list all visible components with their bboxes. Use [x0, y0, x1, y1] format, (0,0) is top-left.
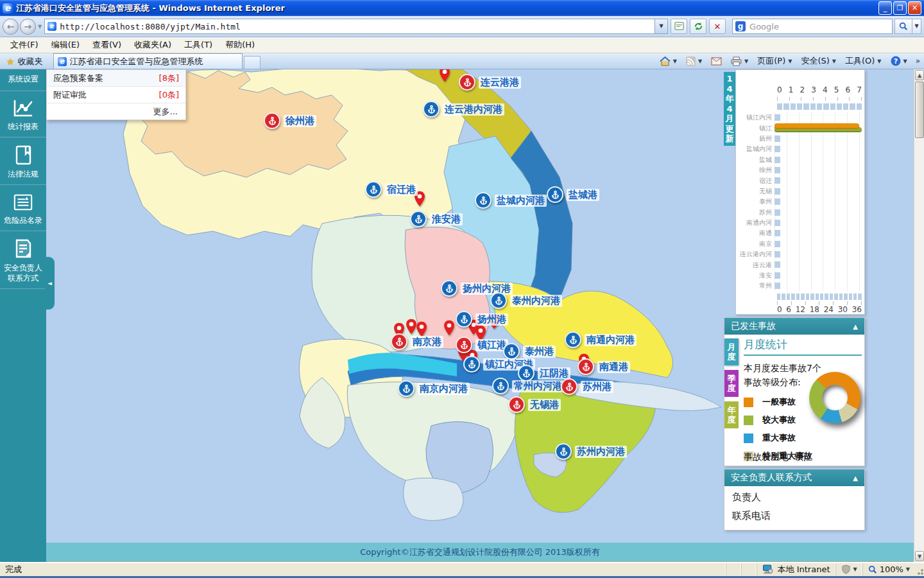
accident-pin[interactable] — [438, 69, 451, 82]
home-button[interactable]: ▼ — [655, 55, 681, 67]
favorites-button[interactable]: ★ 收藏夹 — [0, 54, 49, 69]
menu-item-查看(V)[interactable]: 查看(V) — [86, 37, 128, 53]
port-marker-苏州内河港[interactable]: 苏州内河港 — [555, 443, 627, 460]
axis-tick-label: 30 — [838, 305, 848, 314]
compatibility-view-button[interactable] — [671, 19, 687, 34]
port-marker-淮安港[interactable]: 淮安港 — [410, 211, 463, 227]
axis-tick-label: 24 — [824, 305, 834, 314]
port-marker-徐州港[interactable]: 徐州港 — [264, 112, 316, 129]
anchor-icon — [463, 78, 472, 87]
port-label: 无锡港 — [528, 399, 561, 411]
page-menu-button[interactable]: 页面(P)▼ — [753, 54, 796, 68]
port-marker-常州内河港[interactable]: 常州内河港 — [492, 378, 564, 394]
port-marker-盐城内河港[interactable]: 盐城内河港 — [475, 192, 547, 209]
port-marker-泰州内河港[interactable]: 泰州内河港 — [490, 292, 562, 309]
mail-button[interactable] — [706, 56, 726, 67]
port-marker-苏州港[interactable]: 苏州港 — [561, 378, 613, 395]
status-spacer-2 — [741, 563, 757, 575]
scroll-down-button[interactable]: ▼ — [915, 551, 924, 561]
address-dropdown-button[interactable]: ▼ — [655, 19, 668, 34]
back-button[interactable]: ← — [3, 19, 19, 35]
port-marker-南京内河港[interactable]: 南京内河港 — [398, 380, 470, 397]
period-tab-月度[interactable]: 月 度 — [724, 338, 739, 365]
notice-count: [8条] — [159, 73, 179, 84]
anchor-badge — [456, 337, 472, 353]
favorites-tab-row: ★ 收藏夹 e 江苏省港口安全监管与应急管理系统 ▼ ▼ ▼ 页面(P)▼ 安全… — [0, 53, 924, 69]
notice-row[interactable]: 附证审批[0条] — [47, 87, 185, 103]
legend-label: 重大事故 — [762, 432, 796, 444]
port-marker-南通内河港[interactable]: 南通内河港 — [565, 331, 637, 348]
port-marker-无锡港[interactable]: 无锡港 — [508, 396, 561, 413]
sidebar-item-safety-contact[interactable]: 安全负责人联系方式 — [0, 231, 46, 289]
tools-menu-button[interactable]: 工具(O)▼ — [841, 54, 886, 68]
chart-top-axis: 01234567 — [777, 85, 862, 94]
notice-more-link[interactable]: 更多... — [47, 103, 185, 119]
chart-plot — [774, 186, 863, 197]
close-button[interactable]: ✕ — [908, 1, 921, 15]
scroll-up-button[interactable]: ▲ — [915, 70, 924, 80]
zero-stub — [774, 251, 780, 258]
security-zone[interactable]: 本地 Intranet — [757, 563, 835, 575]
port-marker-连云港内河港[interactable]: 连云港内河港 — [423, 101, 504, 118]
minimize-button[interactable]: _ — [878, 1, 892, 15]
tab-active[interactable]: e 江苏省港口安全监管与应急管理系统 — [53, 53, 243, 69]
sidebar-item-laws[interactable]: 法律法规 — [0, 137, 46, 185]
port-marker-镇江港[interactable]: 镇江港 — [456, 337, 508, 353]
search-options-dropdown[interactable]: ▼ — [912, 19, 921, 34]
menu-item-编辑(E)[interactable]: 编辑(E) — [45, 37, 86, 53]
overflow-chevron[interactable]: » — [912, 57, 924, 66]
menu-item-文件(F)[interactable]: 文件(F) — [4, 37, 45, 53]
sidebar-item-hazard-list[interactable]: 危险品名录 — [0, 185, 46, 231]
chart-category-label: 南通 — [736, 229, 774, 238]
recent-pages-dropdown[interactable]: ▼ — [38, 24, 42, 30]
sidebar-item-system-settings[interactable]: 系统设置 — [0, 69, 46, 91]
zoom-control[interactable]: 100% ▼ — [862, 563, 915, 575]
restore-button[interactable]: ❐ — [893, 1, 907, 15]
axis-tick-label: 2 — [800, 85, 805, 94]
sidebar-collapse-tab[interactable]: ◄ — [45, 257, 55, 310]
scroll-thumb[interactable] — [915, 82, 924, 138]
menu-item-工具(T)[interactable]: 工具(T) — [178, 37, 219, 53]
doc-icon — [1, 239, 45, 259]
search-button[interactable] — [894, 19, 912, 34]
period-tab-季度[interactable]: 季 度 — [724, 370, 739, 397]
help-button[interactable]: ?▼ — [886, 55, 912, 67]
print-button[interactable]: ▼ — [726, 55, 753, 67]
collapse-icon[interactable]: ▲ — [853, 323, 858, 330]
port-marker-宿迁港[interactable]: 宿迁港 — [365, 181, 418, 198]
feeds-button[interactable]: ▼ — [681, 55, 706, 67]
sidebar-item-stats-report[interactable]: 统计报表 — [0, 91, 46, 137]
anchor-icon — [581, 362, 591, 372]
notice-row[interactable]: 应急预案备案[8条] — [47, 70, 185, 87]
port-label: 连云港内河港 — [443, 103, 504, 116]
period-tab-年度[interactable]: 年 度 — [724, 401, 739, 428]
collapse-icon[interactable]: ▲ — [853, 475, 858, 482]
stop-button[interactable]: ✕ — [709, 19, 726, 34]
forward-button[interactable]: → — [20, 19, 36, 35]
axis-tick-label: 4 — [823, 85, 828, 94]
menu-item-收藏夹(A)[interactable]: 收藏夹(A) — [128, 37, 178, 53]
port-marker-南通港[interactable]: 南通港 — [578, 358, 630, 375]
contact-panel-header[interactable]: 安全负责人联系方式 ▲ — [724, 469, 864, 486]
port-marker-连云港港[interactable]: 连云港港 — [459, 74, 521, 91]
safety-menu-button[interactable]: 安全(S)▼ — [796, 54, 841, 68]
refresh-button[interactable] — [690, 19, 706, 34]
new-tab-button[interactable] — [244, 56, 261, 69]
vertical-scrollbar[interactable]: ▲ ▼ — [914, 69, 924, 562]
accident-pin[interactable] — [443, 320, 456, 336]
legend-swatch — [744, 398, 753, 407]
port-marker-南京港[interactable]: 南京港 — [391, 333, 443, 350]
section-title: 月度统计 — [744, 337, 862, 352]
axis-tick-label: 0 — [777, 305, 782, 314]
port-marker-盐城港[interactable]: 盐城港 — [547, 186, 599, 203]
chart-row-连云港内河: 连云港内河 — [736, 249, 863, 259]
accidents-panel-header[interactable]: 已发生事故 ▲ — [724, 318, 864, 335]
search-input[interactable]: g Google — [732, 19, 893, 34]
address-input[interactable]: e http://localhost:8080/yjpt/Main.html — [44, 19, 655, 34]
resize-grip[interactable] — [915, 563, 924, 575]
map-pin-icon — [443, 320, 456, 336]
chart-plot — [774, 175, 863, 186]
port-marker-扬州港[interactable]: 扬州港 — [456, 311, 508, 328]
menu-item-帮助(H)[interactable]: 帮助(H) — [219, 37, 261, 53]
protected-mode-button[interactable]: ▼ — [835, 563, 862, 575]
